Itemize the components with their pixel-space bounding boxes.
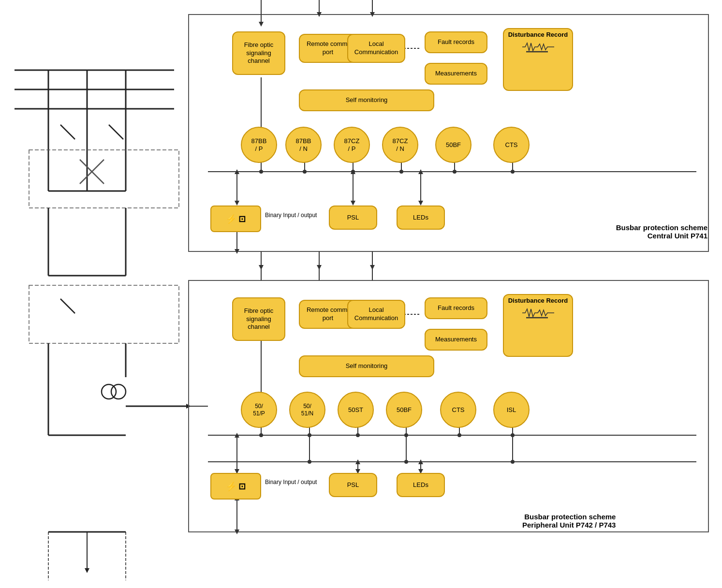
svg-point-86 xyxy=(457,433,461,437)
svg-point-78 xyxy=(259,433,263,437)
relay-symbol-top: ⚡ xyxy=(226,214,236,224)
disturbance-record-bottom: Disturbance Record xyxy=(503,294,573,357)
svg-point-43 xyxy=(303,170,307,174)
svg-point-91 xyxy=(308,460,311,464)
circle-50-51-n-bottom: 50/51/N xyxy=(289,392,325,428)
svg-point-88 xyxy=(511,433,515,437)
binary-io-label-bottom: Binary Input / output xyxy=(265,479,317,486)
svg-point-45 xyxy=(351,170,355,174)
svg-marker-68 xyxy=(259,265,264,270)
circle-50-51-p-bottom: 50/51/P xyxy=(241,392,277,428)
io-box-bottom: ⚡ ⊡ xyxy=(210,473,261,500)
circle-cts-top: CTS xyxy=(493,127,530,163)
svg-rect-8 xyxy=(29,150,179,208)
relay-symbol-bottom: ⚡ xyxy=(226,481,236,492)
svg-line-10 xyxy=(80,160,104,184)
switch-symbol-top: ⊡ xyxy=(238,214,246,224)
svg-point-84 xyxy=(404,433,408,437)
disturbance-label-top: Disturbance Record xyxy=(508,31,568,38)
svg-marker-63 xyxy=(235,249,239,254)
svg-marker-58 xyxy=(351,169,355,174)
svg-point-49 xyxy=(453,170,457,174)
ct-symbol xyxy=(99,377,128,406)
circle-50bf-bottom: 50BF xyxy=(386,392,422,428)
circle-50bf-top: 50BF xyxy=(435,127,472,163)
svg-marker-30 xyxy=(259,22,264,27)
disturbance-label-bottom: Disturbance Record xyxy=(508,297,568,304)
svg-point-41 xyxy=(259,170,263,174)
self-monitoring-bottom: Self monitoring xyxy=(299,355,434,377)
circle-isl-bottom: ISL xyxy=(493,392,530,428)
psl-bottom: PSL xyxy=(329,473,377,497)
svg-marker-99 xyxy=(235,433,239,438)
psl-top: PSL xyxy=(329,206,377,230)
svg-point-92 xyxy=(404,460,408,464)
svg-marker-60 xyxy=(418,201,423,206)
svg-point-93 xyxy=(511,460,515,464)
switch-symbol-bottom: ⊡ xyxy=(238,481,246,492)
circle-cts-bottom: CTS xyxy=(440,392,476,428)
leds-bottom: LEDs xyxy=(397,473,445,497)
disturbance-record-top: Disturbance Record xyxy=(503,28,573,91)
svg-marker-57 xyxy=(351,201,355,206)
circle-50st-bottom: 50ST xyxy=(338,392,374,428)
local-comm-bottom: Local Communication xyxy=(347,300,405,329)
svg-line-12 xyxy=(109,125,123,139)
fibre-optic-bottom: Fibre optic signaling channel xyxy=(232,297,285,341)
svg-line-11 xyxy=(60,125,75,139)
local-comm-top: Local Communication xyxy=(347,34,405,63)
svg-marker-27 xyxy=(85,568,89,573)
diagram-lines xyxy=(0,0,722,588)
svg-marker-70 xyxy=(317,265,322,270)
leds-top: LEDs xyxy=(397,206,445,230)
circle-87bb-p-top: 87BB/ P xyxy=(241,127,277,163)
svg-marker-33 xyxy=(317,12,322,17)
waveform-bottom xyxy=(521,306,555,320)
circle-87bb-n-top: 87BB/ N xyxy=(285,127,322,163)
svg-marker-105 xyxy=(418,459,423,464)
waveform-top xyxy=(521,40,555,54)
measurements-top: Measurements xyxy=(425,63,487,85)
svg-marker-54 xyxy=(235,201,239,206)
svg-marker-55 xyxy=(235,169,239,174)
io-box-top: ⚡ ⊡ xyxy=(210,206,261,232)
frame-label-top: Busbar protection scheme Central Unit P7… xyxy=(616,223,707,240)
svg-point-82 xyxy=(356,433,360,437)
frame-label-bottom: Busbar protection scheme Peripheral Unit… xyxy=(522,513,616,529)
circle-87cz-n-top: 87CZ/ N xyxy=(382,127,418,163)
svg-marker-107 xyxy=(235,529,239,534)
svg-point-114 xyxy=(111,384,126,399)
measurements-bottom: Measurements xyxy=(425,329,487,351)
svg-marker-102 xyxy=(355,459,360,464)
circle-87cz-p-top: 87CZ/ P xyxy=(334,127,370,163)
svg-rect-16 xyxy=(29,285,179,343)
svg-marker-72 xyxy=(370,265,375,270)
svg-marker-35 xyxy=(370,12,375,17)
fault-records-bottom: Fault records xyxy=(425,297,487,319)
self-monitoring-top: Self monitoring xyxy=(299,89,434,111)
binary-io-label-top: Binary Input / output xyxy=(265,212,317,220)
fault-records-top: Fault records xyxy=(425,31,487,53)
svg-point-51 xyxy=(511,170,515,174)
svg-marker-61 xyxy=(418,169,423,174)
svg-point-80 xyxy=(308,433,311,437)
svg-line-9 xyxy=(80,160,104,184)
main-container: Fibre optic signaling channel Remote com… xyxy=(0,0,722,588)
fibre-optic-top: Fibre optic signaling channel xyxy=(232,31,285,75)
svg-line-17 xyxy=(60,299,75,313)
svg-point-47 xyxy=(399,170,403,174)
svg-marker-22 xyxy=(186,404,191,409)
